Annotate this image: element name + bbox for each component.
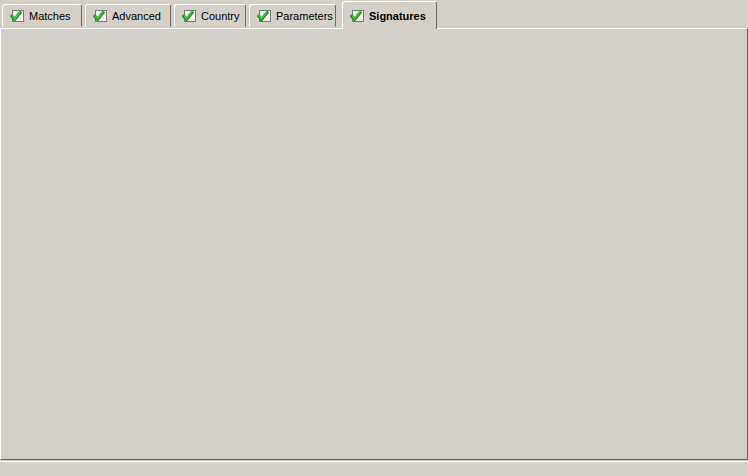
checked-form-icon [181,9,197,23]
tab-country[interactable]: Country [174,4,246,27]
tab-bar: Matches Advanced Country Parameters [0,0,748,28]
tab-label: Parameters [276,10,333,22]
tab-label: Country [201,10,240,22]
checked-form-icon [9,9,25,23]
checked-form-icon [349,9,365,23]
bottom-panel [0,461,748,476]
tab-matches[interactable]: Matches [2,4,82,27]
tab-label: Signatures [369,10,426,22]
tab-content-panel [0,28,748,460]
tab-parameters[interactable]: Parameters [249,4,336,27]
tab-signatures[interactable]: Signatures [342,1,437,29]
tab-label: Matches [29,10,71,22]
checked-form-icon [92,9,108,23]
signatures-dialog: { "tabs": [ {"label": "Matches", "active… [0,0,748,476]
checked-form-icon [256,9,272,23]
tab-label: Advanced [112,10,161,22]
tab-advanced[interactable]: Advanced [85,4,171,27]
